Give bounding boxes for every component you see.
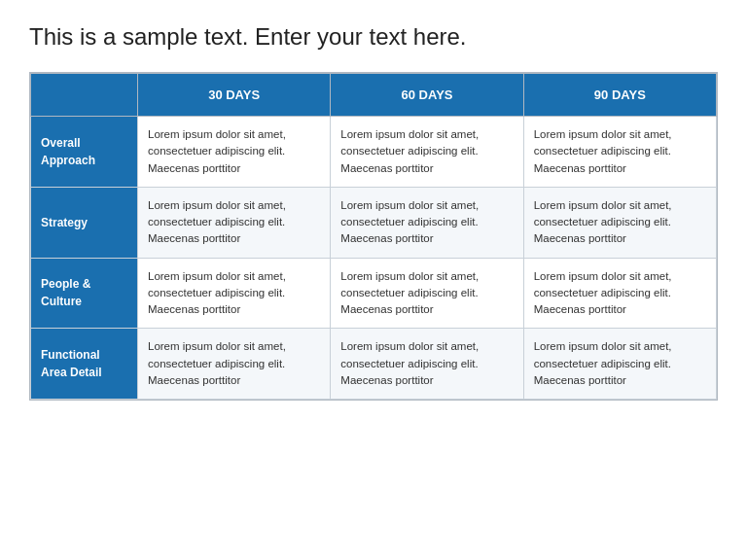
header-col2: 60 DAYS	[331, 74, 523, 117]
row-2-col3: Lorem ipsum dolor sit amet, consectetuer…	[523, 258, 716, 329]
table-row: People & Culture Lorem ipsum dolor sit a…	[31, 258, 717, 329]
main-table: 30 DAYS 60 DAYS 90 DAYS Overall Approach…	[30, 73, 717, 400]
row-3-col1: Lorem ipsum dolor sit amet, consectetuer…	[138, 329, 331, 400]
table-row: Functional Area Detail Lorem ipsum dolor…	[31, 329, 717, 400]
row-2-col2: Lorem ipsum dolor sit amet, consectetuer…	[331, 258, 523, 329]
header-col0	[31, 74, 138, 117]
page-container: This is a sample text. Enter your text h…	[0, 0, 747, 560]
row-0-col2: Lorem ipsum dolor sit amet, consectetuer…	[331, 117, 523, 188]
table-row: Overall Approach Lorem ipsum dolor sit a…	[31, 117, 717, 188]
row-2-col1: Lorem ipsum dolor sit amet, consectetuer…	[138, 258, 331, 329]
header-col3: 90 DAYS	[523, 74, 716, 117]
row-3-col2: Lorem ipsum dolor sit amet, consectetuer…	[331, 329, 523, 400]
row-label-1: Strategy	[31, 187, 138, 258]
row-1-col3: Lorem ipsum dolor sit amet, consectetuer…	[523, 187, 716, 258]
header-col1: 30 DAYS	[138, 74, 331, 117]
row-label-2: People & Culture	[31, 258, 138, 329]
row-1-col2: Lorem ipsum dolor sit amet, consectetuer…	[331, 187, 523, 258]
row-0-col3: Lorem ipsum dolor sit amet, consectetuer…	[523, 117, 716, 188]
table-header-row: 30 DAYS 60 DAYS 90 DAYS	[31, 74, 717, 117]
main-table-wrapper: 30 DAYS 60 DAYS 90 DAYS Overall Approach…	[29, 72, 718, 401]
row-3-col3: Lorem ipsum dolor sit amet, consectetuer…	[523, 329, 716, 400]
row-label-3: Functional Area Detail	[31, 329, 138, 400]
row-1-col1: Lorem ipsum dolor sit amet, consectetuer…	[138, 187, 331, 258]
row-label-0: Overall Approach	[31, 117, 138, 188]
page-title: This is a sample text. Enter your text h…	[29, 23, 718, 51]
table-row: Strategy Lorem ipsum dolor sit amet, con…	[31, 187, 717, 258]
row-0-col1: Lorem ipsum dolor sit amet, consectetuer…	[138, 117, 331, 188]
